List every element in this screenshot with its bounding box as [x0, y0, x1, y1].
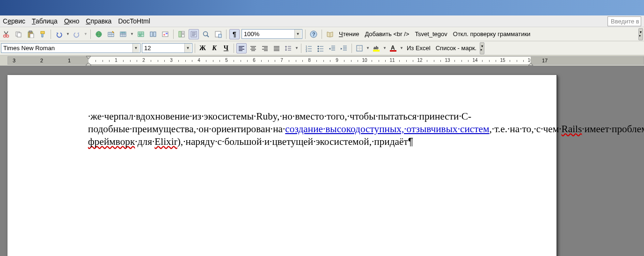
increase-indent-icon[interactable]	[339, 43, 349, 53]
ruler-num: 3	[170, 58, 173, 63]
align-center-icon[interactable]	[248, 43, 258, 53]
numbered-list-icon[interactable]: 123	[304, 43, 314, 53]
from-excel-button[interactable]: Из Excel	[405, 45, 432, 52]
font-combo[interactable]: ▼	[1, 43, 140, 53]
redo-dropdown[interactable]: ▼	[84, 32, 88, 36]
font-size-combo[interactable]: ▼	[142, 43, 192, 53]
undo-dropdown[interactable]: ▼	[66, 32, 70, 36]
highlight-icon[interactable]: ab	[371, 43, 381, 53]
ruler-bar: 3 2 1 12345678910111213141516 17	[0, 55, 644, 66]
title-bar	[0, 0, 644, 15]
read-mode-icon[interactable]	[325, 29, 335, 39]
highlight-dropdown[interactable]: ▼	[383, 46, 387, 50]
svg-rect-3	[17, 33, 21, 37]
align-right-icon[interactable]	[260, 43, 270, 53]
svg-text:3: 3	[306, 50, 307, 52]
svg-rect-36	[373, 50, 380, 52]
zoom-combo[interactable]: ▼	[242, 29, 302, 39]
ruler-num: 8	[308, 58, 311, 63]
align-justify-icon[interactable]	[271, 43, 282, 53]
table-dropdown[interactable]: ▼	[130, 32, 134, 36]
columns-icon[interactable]	[148, 29, 158, 39]
borders-icon[interactable]	[354, 43, 365, 53]
standard-toolbar: ▼ ▼ ▼ x ¶ ▼ ? Чтение Добавить <br /> Tsv…	[0, 27, 644, 41]
indent-marker-top[interactable]	[86, 56, 91, 60]
menu-table[interactable]: Таблица	[32, 17, 58, 25]
separator	[234, 44, 234, 53]
align-left-icon[interactable]	[236, 43, 247, 53]
undo-icon[interactable]	[54, 29, 64, 39]
help-search-input[interactable]: Введите в	[607, 16, 641, 26]
bullet-list-button[interactable]: Список - марк.	[434, 45, 479, 52]
document-body[interactable]: ·же·черпал·вдохновение·из·экосистемы·Rub…	[88, 110, 530, 148]
bold-button[interactable]: Ж	[198, 43, 208, 53]
ruler-num: 10	[362, 58, 367, 63]
insert-excel-icon[interactable]: x	[136, 29, 146, 39]
doc-map-icon[interactable]	[176, 29, 187, 39]
separator	[195, 44, 195, 53]
grammar-off-button[interactable]: Откл. проверку грамматики	[451, 30, 533, 38]
zoom-dropdown-arrow[interactable]: ▼	[294, 30, 301, 38]
font-size-input[interactable]	[142, 44, 184, 53]
copy-icon[interactable]	[13, 29, 23, 39]
insert-table-icon[interactable]	[118, 29, 128, 39]
pilcrow-icon[interactable]: ¶	[229, 29, 240, 39]
horizontal-ruler[interactable]: 3 2 1 12345678910111213141516 17	[7, 56, 644, 65]
svg-rect-20	[179, 31, 181, 37]
ruler-num: 1	[68, 58, 71, 63]
svg-rect-5	[29, 31, 32, 32]
font-color-dropdown[interactable]: ▼	[400, 46, 403, 50]
svg-point-31	[318, 45, 319, 47]
ruler-num: 17	[542, 58, 548, 63]
read-button[interactable]: Чтение	[337, 30, 361, 38]
cut-icon[interactable]	[1, 29, 11, 39]
separator	[90, 30, 91, 39]
separator	[351, 44, 352, 53]
show-formatting-icon[interactable]	[189, 29, 199, 39]
svg-point-0	[4, 35, 6, 37]
page: ·же·черпал·вдохновение·из·экосистемы·Rub…	[7, 75, 557, 256]
font-dropdown-arrow[interactable]: ▼	[132, 44, 139, 53]
redo-icon[interactable]	[72, 29, 82, 39]
hyperlink[interactable]: создание·высокодоступных,·отзывчивых·сис…	[285, 123, 489, 135]
ruler-num: 1	[115, 58, 117, 63]
toolbar-options-icon[interactable]: ▼▸	[480, 42, 484, 54]
menu-doctohtml[interactable]: DocToHtml	[118, 17, 150, 25]
underline-button[interactable]: Ч	[221, 43, 231, 53]
show-hide-icon[interactable]	[213, 29, 223, 39]
menu-help[interactable]: Справка	[86, 17, 111, 25]
toolbar-options-icon[interactable]: ▼▸	[638, 28, 643, 40]
zoom-input[interactable]	[242, 30, 294, 38]
font-input[interactable]	[1, 44, 132, 53]
decrease-indent-icon[interactable]	[327, 43, 337, 53]
size-dropdown-arrow[interactable]: ▼	[184, 44, 191, 53]
formatting-toolbar: ▼ ▼ Ж К Ч ▼ 123 ▼ ab ▼ A ▼ Из Excel Спис…	[0, 41, 644, 55]
text-run: Elixir	[154, 136, 177, 147]
drawing-icon[interactable]	[160, 29, 170, 39]
separator	[301, 44, 301, 53]
ruler-num: 12	[417, 58, 422, 63]
borders-dropdown[interactable]: ▼	[366, 46, 370, 50]
bullet-list-icon[interactable]	[315, 43, 326, 53]
ruler-num: 6	[253, 58, 256, 63]
separator	[305, 30, 306, 39]
italic-button[interactable]: К	[209, 43, 220, 53]
help-icon[interactable]: ?	[308, 29, 319, 39]
line-spacing-icon[interactable]	[283, 43, 293, 53]
document-workspace[interactable]: ·же·черпал·вдохновение·из·экосистемы·Rub…	[0, 66, 644, 256]
tsvet-tegov-button[interactable]: Tsvet_tegov	[413, 30, 449, 38]
ruler-num: 5	[225, 58, 228, 63]
font-color-icon[interactable]: A	[388, 43, 398, 53]
spacing-dropdown[interactable]: ▼	[295, 46, 299, 50]
tables-borders-icon[interactable]	[106, 29, 116, 39]
menu-window[interactable]: Окно	[64, 17, 80, 25]
paste-icon[interactable]	[25, 29, 36, 39]
zoom-icon[interactable]	[201, 29, 211, 39]
add-br-button[interactable]: Добавить <br />	[363, 30, 411, 38]
hyperlink-icon[interactable]	[94, 29, 104, 39]
menu-service[interactable]: Сервис	[3, 17, 25, 25]
menu-bar: Сервис Таблица Окно Справка DocToHtml Вв…	[0, 15, 644, 27]
svg-rect-15	[150, 32, 153, 37]
format-painter-icon[interactable]	[37, 29, 48, 39]
svg-rect-38	[390, 50, 396, 52]
